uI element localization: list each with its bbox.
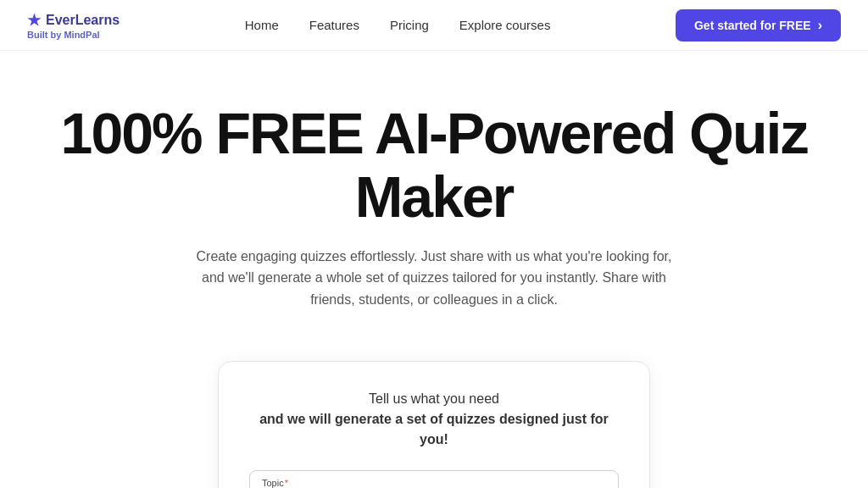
cta-arrow-icon: ›: [818, 18, 822, 33]
hero-subtitle: Create engaging quizzes effortlessly. Ju…: [188, 246, 680, 311]
topic-label: Topic*: [262, 478, 606, 488]
cta-label: Get started for FREE: [694, 19, 811, 32]
form-card-line2: and we will generate a set of quizzes de…: [259, 412, 609, 446]
cta-button[interactable]: Get started for FREE ›: [676, 9, 841, 42]
nav-links: Home Features Pricing Explore courses: [245, 18, 551, 32]
nav-pricing[interactable]: Pricing: [390, 18, 429, 32]
hero-title: 100% FREE AI-Powered Quiz Maker: [27, 102, 841, 229]
form-card: Tell us what you need and we will genera…: [218, 361, 650, 488]
topic-field[interactable]: Topic*: [249, 470, 619, 488]
brand-name: EverLearns: [46, 13, 120, 28]
nav-home[interactable]: Home: [245, 18, 279, 32]
form-card-line1: Tell us what you need: [249, 389, 619, 409]
logo-sub: Built by MindPal: [27, 30, 120, 40]
topic-required-indicator: *: [285, 478, 288, 488]
logo[interactable]: ★ EverLearns Built by MindPal: [27, 11, 120, 40]
hero-section: 100% FREE AI-Powered Quiz Maker Create e…: [0, 51, 868, 336]
form-card-heading: Tell us what you need and we will genera…: [249, 389, 619, 450]
navbar: ★ EverLearns Built by MindPal Home Featu…: [0, 0, 868, 51]
nav-features[interactable]: Features: [309, 18, 359, 32]
form-section: Tell us what you need and we will genera…: [0, 336, 868, 488]
logo-star-icon: ★: [27, 11, 41, 30]
nav-explore[interactable]: Explore courses: [459, 18, 551, 32]
